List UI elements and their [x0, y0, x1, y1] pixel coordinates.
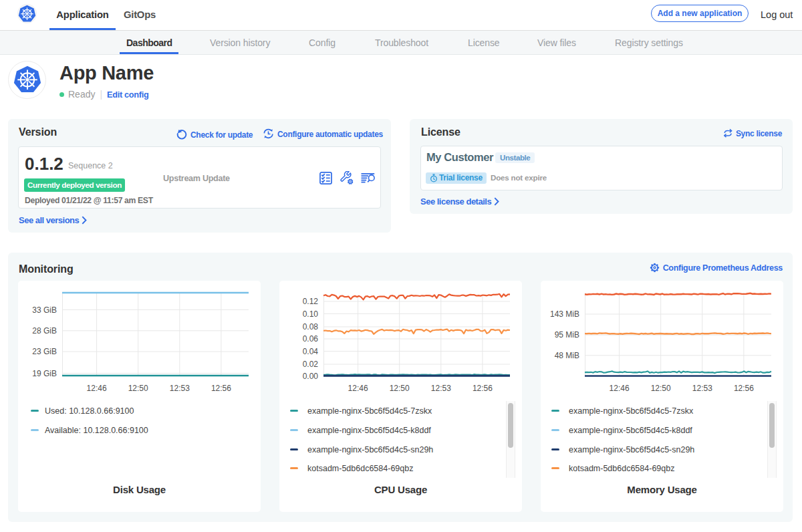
svg-text:0.12: 0.12: [303, 297, 319, 306]
svg-text:12:46: 12:46: [610, 384, 630, 393]
svg-text:12:56: 12:56: [211, 384, 231, 393]
svg-text:12:56: 12:56: [734, 384, 754, 393]
svg-text:12:53: 12:53: [692, 384, 712, 393]
svg-text:0.02: 0.02: [303, 360, 319, 369]
svg-text:12:46: 12:46: [87, 384, 107, 393]
svg-text:12:50: 12:50: [651, 384, 671, 393]
svg-text:12:50: 12:50: [390, 384, 410, 393]
svg-text:12:53: 12:53: [431, 384, 451, 393]
svg-text:0.04: 0.04: [303, 347, 319, 356]
svg-text:23 GiB: 23 GiB: [32, 347, 57, 356]
svg-text:95 MiB: 95 MiB: [555, 330, 579, 340]
svg-text:19 GiB: 19 GiB: [32, 369, 57, 378]
svg-text:28 GiB: 28 GiB: [32, 326, 57, 336]
svg-text:12:46: 12:46: [348, 384, 368, 393]
svg-text:12:50: 12:50: [128, 384, 148, 393]
svg-text:143 MiB: 143 MiB: [550, 309, 579, 319]
svg-text:0.08: 0.08: [303, 322, 319, 331]
svg-text:48 MiB: 48 MiB: [555, 351, 579, 360]
svg-text:12:53: 12:53: [170, 384, 190, 393]
svg-text:0.10: 0.10: [303, 309, 319, 319]
svg-text:12:56: 12:56: [473, 384, 493, 393]
svg-text:0.00: 0.00: [303, 372, 319, 381]
svg-text:33 GiB: 33 GiB: [32, 305, 57, 315]
svg-text:0.06: 0.06: [303, 334, 319, 344]
